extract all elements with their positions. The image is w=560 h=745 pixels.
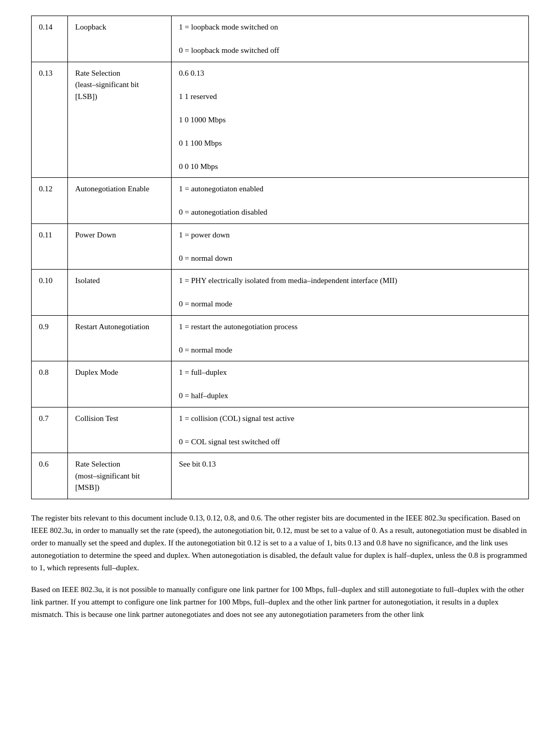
- table-row: 0.12Autonegotiation Enable1 = autonegoti…: [32, 178, 529, 224]
- register-bits-table: 0.14Loopback1 = loopback mode switched o…: [31, 16, 529, 499]
- table-row: 0.6Rate Selection (most–significant bit …: [32, 453, 529, 499]
- cell-bit: 0.13: [32, 62, 68, 178]
- cell-bit: 0.10: [32, 270, 68, 316]
- table-row: 0.13Rate Selection (least–significant bi…: [32, 62, 529, 178]
- cell-description: 1 = full–duplex 0 = half–duplex: [172, 361, 529, 407]
- cell-bit: 0.11: [32, 223, 68, 270]
- table-row: 0.10Isolated1 = PHY electrically isolate…: [32, 270, 529, 316]
- cell-bit: 0.7: [32, 407, 68, 453]
- table-row: 0.11Power Down1 = power down 0 = normal …: [32, 223, 529, 270]
- cell-description: 1 = autonegotiaton enabled 0 = autonegot…: [172, 178, 529, 224]
- cell-name: Loopback: [68, 16, 172, 62]
- cell-name: Rate Selection (least–significant bit [L…: [68, 62, 172, 178]
- cell-description: 1 = PHY electrically isolated from media…: [172, 270, 529, 316]
- cell-name: Restart Autonegotiation: [68, 315, 172, 361]
- paragraph-2: Based on IEEE 802.3u, it is not possible…: [31, 583, 529, 621]
- cell-name: Collision Test: [68, 407, 172, 453]
- cell-bit: 0.9: [32, 315, 68, 361]
- cell-description: 1 = power down 0 = normal down: [172, 223, 529, 270]
- cell-description: See bit 0.13: [172, 453, 529, 499]
- cell-bit: 0.14: [32, 16, 68, 62]
- cell-description: 1 = loopback mode switched on 0 = loopba…: [172, 16, 529, 62]
- cell-name: Duplex Mode: [68, 361, 172, 407]
- table-row: 0.8Duplex Mode1 = full–duplex 0 = half–d…: [32, 361, 529, 407]
- cell-bit: 0.8: [32, 361, 68, 407]
- table-row: 0.9Restart Autonegotiation1 = restart th…: [32, 315, 529, 361]
- cell-description: 0.6 0.13 1 1 reserved 1 0 1000 Mbps 0 1 …: [172, 62, 529, 178]
- cell-name: Isolated: [68, 270, 172, 316]
- cell-description: 1 = restart the autonegotiation process …: [172, 315, 529, 361]
- paragraph-section: The register bits relevant to this docum…: [31, 512, 529, 621]
- cell-name: Power Down: [68, 223, 172, 270]
- cell-name: Autonegotiation Enable: [68, 178, 172, 224]
- cell-bit: 0.12: [32, 178, 68, 224]
- table-row: 0.7Collision Test1 = collision (COL) sig…: [32, 407, 529, 453]
- cell-description: 1 = collision (COL) signal test active 0…: [172, 407, 529, 453]
- paragraph-1: The register bits relevant to this docum…: [31, 512, 529, 574]
- table-row: 0.14Loopback1 = loopback mode switched o…: [32, 16, 529, 62]
- cell-bit: 0.6: [32, 453, 68, 499]
- cell-name: Rate Selection (most–significant bit [MS…: [68, 453, 172, 499]
